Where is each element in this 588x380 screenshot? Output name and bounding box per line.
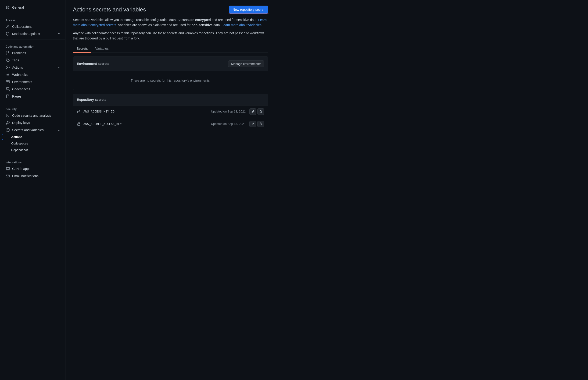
env-secrets-title: Environment secrets (77, 62, 109, 66)
codespaces-icon (6, 87, 10, 91)
desc-text-4: data. (212, 23, 222, 27)
learn-more-variables-link[interactable]: Learn more about variables (222, 23, 261, 27)
shield-icon (6, 32, 10, 36)
env-secrets-empty-text: There are no secrets for this repository… (131, 79, 210, 82)
pages-label: Pages (12, 95, 21, 98)
chevron-down-icon-actions: ▾ (58, 66, 60, 69)
sidebar-section-access: Access (0, 15, 65, 23)
play-icon (6, 65, 10, 70)
sidebar-item-code-security[interactable]: Code security and analysis (2, 112, 63, 119)
moderation-label: Moderation options (12, 32, 40, 36)
key-icon (6, 121, 10, 125)
tags-label: Tags (12, 58, 19, 62)
codespaces-label: Codespaces (12, 87, 30, 91)
environments-label: Environments (12, 80, 32, 84)
sidebar-subitem-dependabot[interactable]: Dependabot (2, 147, 63, 153)
lock-icon-2 (77, 122, 81, 126)
chevron-up-icon: ▴ (58, 128, 60, 132)
desc-text-2: and are used for sensitive data. (211, 18, 258, 22)
sidebar-item-collaborators[interactable]: Collaborators (2, 23, 63, 30)
subitem-codespaces-label: Codespaces (11, 142, 28, 145)
branches-label: Branches (12, 51, 26, 55)
sidebar-item-general[interactable]: General (2, 4, 63, 11)
secret-row-aws-secret-key: AWS_SECRET_ACCESS_KEY Updated on Sep 13,… (73, 118, 268, 130)
subitem-actions-label: Actions (11, 135, 22, 139)
tab-variables[interactable]: Variables (91, 45, 112, 53)
sidebar-item-actions[interactable]: Actions ▾ (2, 64, 63, 71)
description-block: Secrets and variables allow you to manag… (73, 17, 268, 41)
sidebar-item-email-notifications[interactable]: Email notifications (2, 172, 63, 179)
apps-icon (6, 167, 10, 171)
desc-para-2: Anyone with collaborator access to this … (73, 31, 264, 40)
code-security-label: Code security and analysis (12, 114, 51, 117)
sidebar-item-moderation[interactable]: Moderation options ▾ (2, 30, 63, 37)
shield-lock-icon (6, 114, 10, 118)
delete-secret-1-button[interactable] (257, 108, 264, 115)
sidebar-divider-3 (0, 102, 65, 102)
deploy-keys-label: Deploy keys (12, 121, 30, 125)
sidebar-section-code: Code and automation (0, 41, 65, 49)
desc-bold-2: non-sensitive (191, 23, 212, 27)
collaborators-label: Collaborators (12, 25, 32, 28)
edit-secret-1-button[interactable] (249, 108, 256, 115)
secrets-variables-label: Secrets and variables (12, 128, 44, 132)
sidebar-divider-4 (0, 155, 65, 155)
sidebar-divider-2 (0, 39, 65, 39)
sidebar-item-codespaces[interactable]: Codespaces (2, 86, 63, 93)
sidebar-item-github-apps[interactable]: GitHub apps (2, 165, 63, 172)
tab-secrets[interactable]: Secrets (73, 45, 91, 53)
sidebar-item-deploy-keys[interactable]: Deploy keys (2, 119, 63, 126)
sidebar-section-security: Security (0, 104, 65, 112)
secret-icon (6, 128, 10, 132)
page-title: Actions secrets and variables (73, 6, 146, 13)
desc-text-5: . (262, 23, 262, 27)
pages-icon (6, 94, 10, 98)
secret-updated-1: Updated on Sep 13, 2021 (211, 110, 246, 113)
page-header: Actions secrets and variables New reposi… (73, 6, 268, 14)
repository-secrets-section: Repository secrets AWS_ACCESS_KEY_ID Upd… (73, 94, 268, 130)
secret-name-2: AWS_SECRET_ACCESS_KEY (84, 122, 211, 126)
chevron-down-icon: ▾ (58, 32, 60, 36)
sidebar-section-integrations: Integrations (0, 157, 65, 165)
tag-icon (6, 58, 10, 62)
sidebar-general-label: General (12, 6, 24, 9)
desc-text-1: Secrets and variables allow you to manag… (73, 18, 195, 22)
sidebar-subitem-codespaces[interactable]: Codespaces (2, 140, 63, 147)
manage-environments-button[interactable]: Manage environments (228, 60, 264, 67)
desc-bold-1: encrypted (195, 18, 211, 22)
repo-secrets-header: Repository secrets (73, 94, 268, 106)
sidebar-item-branches[interactable]: Branches (2, 50, 63, 57)
sidebar-item-secrets-variables[interactable]: Secrets and variables ▴ (2, 127, 63, 133)
sidebar-divider-1 (0, 13, 65, 13)
sidebar-item-tags[interactable]: Tags (2, 57, 63, 64)
delete-secret-2-button[interactable] (257, 121, 264, 127)
env-secrets-header: Environment secrets Manage environments (73, 57, 268, 71)
webhooks-label: Webhooks (12, 73, 28, 76)
sidebar-item-environments[interactable]: Environments (2, 78, 63, 85)
main-content: Actions secrets and variables New reposi… (65, 0, 276, 380)
tabs-container: Secrets Variables (73, 45, 268, 53)
mail-icon (6, 174, 10, 178)
secret-name-1: AWS_ACCESS_KEY_ID (84, 110, 211, 113)
secret-updated-2: Updated on Sep 13, 2021 (211, 122, 246, 126)
sidebar-subitem-actions[interactable]: Actions (2, 134, 63, 140)
env-secrets-empty: There are no secrets for this repository… (73, 71, 268, 90)
person-icon (6, 24, 10, 29)
webhook-icon (6, 73, 10, 77)
lock-icon-1 (77, 110, 81, 114)
repo-secrets-title: Repository secrets (77, 98, 106, 101)
email-notifications-label: Email notifications (12, 174, 39, 178)
gear-icon (6, 5, 10, 10)
sidebar-item-webhooks[interactable]: Webhooks (2, 71, 63, 78)
server-icon (6, 80, 10, 84)
environment-secrets-section: Environment secrets Manage environments … (73, 57, 268, 90)
github-apps-label: GitHub apps (12, 167, 30, 171)
sidebar-item-pages[interactable]: Pages (2, 93, 63, 100)
new-repository-secret-button[interactable]: New repository secret (229, 6, 268, 14)
subitem-dependabot-label: Dependabot (11, 148, 28, 152)
git-branch-icon (6, 51, 10, 55)
edit-secret-2-button[interactable] (249, 121, 256, 127)
secret-row-aws-access-key: AWS_ACCESS_KEY_ID Updated on Sep 13, 202… (73, 106, 268, 118)
sidebar: General Access Collaborators Moderation … (0, 0, 65, 380)
desc-text-3: . Variables are shown as plain text and … (116, 23, 191, 27)
